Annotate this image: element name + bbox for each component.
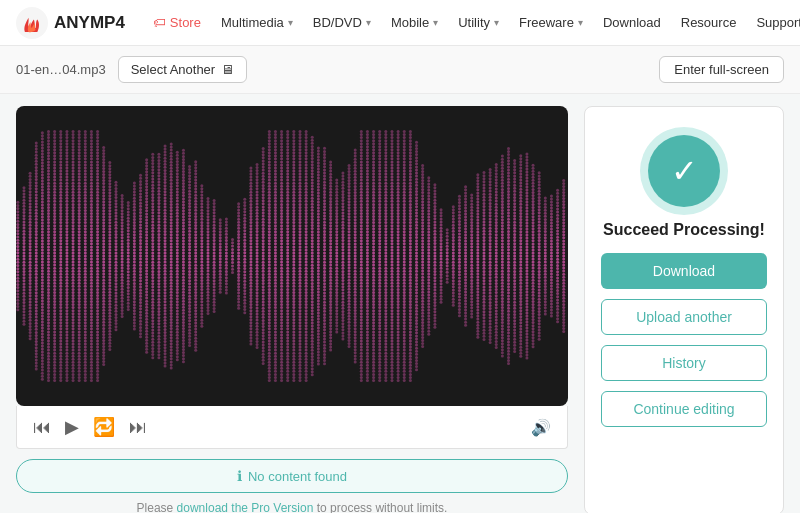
select-another-label: Select Another: [131, 62, 216, 77]
navbar: ANYMP4 🏷 Store Multimedia ▾ BD/DVD ▾ Mob…: [0, 0, 800, 46]
play-icon[interactable]: ▶: [65, 416, 79, 438]
store-icon: 🏷: [153, 15, 166, 30]
nav-item-bddvd[interactable]: BD/DVD ▾: [305, 11, 379, 34]
main-content: ⏮ ▶ 🔁 ⏭ 🔊 ℹ No content found Please down…: [0, 94, 800, 513]
pro-version-link[interactable]: download the Pro Version: [177, 501, 314, 513]
waveform-container: [16, 106, 568, 406]
brand-name: ANYMP4: [54, 13, 125, 33]
toolbar: 01-en…04.mp3 Select Another 🖥 Enter full…: [0, 46, 800, 94]
nav-item-multimedia[interactable]: Multimedia ▾: [213, 11, 301, 34]
select-another-button[interactable]: Select Another 🖥: [118, 56, 248, 83]
history-button[interactable]: History: [601, 345, 767, 381]
chevron-icon: ▾: [578, 17, 583, 28]
waveform-canvas: [16, 106, 568, 406]
pro-notice-prefix: Please: [137, 501, 177, 513]
success-icon: ✓: [648, 135, 720, 207]
skip-forward-icon[interactable]: ⏭: [129, 417, 147, 438]
repeat-icon[interactable]: 🔁: [93, 416, 115, 438]
player-controls: ⏮ ▶ 🔁 ⏭ 🔊: [16, 406, 568, 449]
check-icon: ✓: [671, 155, 698, 187]
chevron-icon: ▾: [433, 17, 438, 28]
continue-editing-button[interactable]: Continue editing: [601, 391, 767, 427]
nav-item-freeware[interactable]: Freeware ▾: [511, 11, 591, 34]
nav-item-store[interactable]: 🏷 Store: [145, 11, 209, 34]
volume-icon[interactable]: 🔊: [531, 418, 551, 437]
nav-item-support[interactable]: Support: [748, 11, 800, 34]
chevron-icon: ▾: [288, 17, 293, 28]
nav-item-utility[interactable]: Utility ▾: [450, 11, 507, 34]
action-buttons: Download Upload another History Continue…: [601, 253, 767, 427]
upload-another-button[interactable]: Upload another: [601, 299, 767, 335]
nav-links: 🏷 Store Multimedia ▾ BD/DVD ▾ Mobile ▾ U…: [145, 11, 800, 34]
logo-icon: [16, 7, 48, 39]
fullscreen-button[interactable]: Enter full-screen: [659, 56, 784, 83]
controls-left: ⏮ ▶ 🔁 ⏭: [33, 416, 147, 438]
monitor-icon: 🖥: [221, 62, 234, 77]
filename-label: 01-en…04.mp3: [16, 62, 106, 77]
no-content-bar: ℹ No content found: [16, 459, 568, 493]
logo[interactable]: ANYMP4: [16, 7, 125, 39]
chevron-icon: ▾: [494, 17, 499, 28]
chevron-icon: ▾: [366, 17, 371, 28]
pro-notice: Please download the Pro Version to proce…: [16, 501, 568, 513]
nav-item-resource[interactable]: Resource: [673, 11, 745, 34]
skip-back-icon[interactable]: ⏮: [33, 417, 51, 438]
success-title: Succeed Processing!: [603, 221, 765, 239]
pro-notice-suffix: to process without limits.: [313, 501, 447, 513]
nav-item-download[interactable]: Download: [595, 11, 669, 34]
info-icon: ℹ: [237, 468, 242, 484]
toolbar-left: 01-en…04.mp3 Select Another 🖥: [16, 56, 247, 83]
right-panel: ✓ Succeed Processing! Download Upload an…: [584, 106, 784, 513]
nav-item-mobile[interactable]: Mobile ▾: [383, 11, 446, 34]
no-content-label: No content found: [248, 469, 347, 484]
download-button[interactable]: Download: [601, 253, 767, 289]
left-panel: ⏮ ▶ 🔁 ⏭ 🔊 ℹ No content found Please down…: [16, 106, 568, 513]
